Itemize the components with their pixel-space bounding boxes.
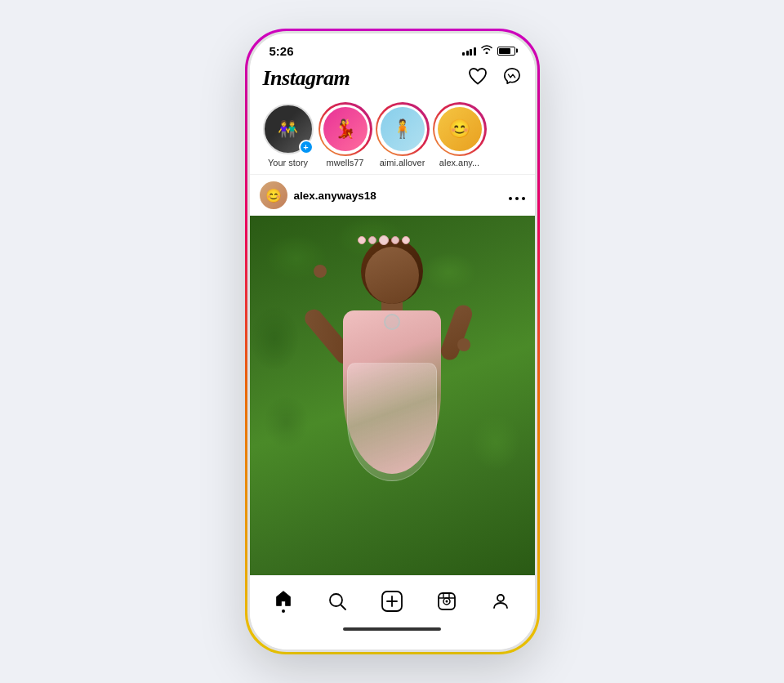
signal-icon xyxy=(462,46,476,56)
status-icons xyxy=(462,45,515,56)
messenger-icon[interactable] xyxy=(502,67,522,90)
story-item-your-story[interactable]: 👫 + Your story xyxy=(260,104,317,167)
profile-icon xyxy=(491,591,510,611)
post-options-button[interactable] xyxy=(509,187,525,204)
post-person-figure xyxy=(310,232,474,575)
svg-point-2 xyxy=(522,197,525,200)
wifi-icon xyxy=(481,45,492,56)
story-item-mwells77[interactable]: 💃 mwells77 xyxy=(317,104,374,167)
post-header: 😊 alex.anyways18 xyxy=(250,175,535,216)
bottom-nav xyxy=(250,575,535,621)
home-bar xyxy=(343,627,441,631)
home-indicator xyxy=(250,621,535,637)
phone-screen: 5:26 xyxy=(250,33,535,650)
instagram-header: Instagram xyxy=(250,63,535,99)
status-bar: 5:26 xyxy=(250,33,535,63)
reels-icon xyxy=(437,591,457,611)
nav-profile[interactable] xyxy=(483,588,519,614)
svg-point-10 xyxy=(446,600,448,602)
post-user-info: 😊 alex.anyways18 xyxy=(260,181,376,209)
alex-avatar-wrapper: 😊 xyxy=(434,104,485,154)
mwells77-label: mwells77 xyxy=(327,158,364,167)
your-story-label: Your story xyxy=(268,158,308,167)
stories-row: 👫 + Your story 💃 xyxy=(250,99,535,175)
post-image xyxy=(250,216,535,575)
nav-add[interactable] xyxy=(373,587,411,615)
phone-frame: 5:26 xyxy=(247,31,537,652)
nav-search[interactable] xyxy=(319,588,355,614)
mwells77-avatar-wrapper: 💃 xyxy=(320,104,371,154)
story-item-alex-anyways[interactable]: 😊 alex.any... xyxy=(431,104,488,167)
status-time: 5:26 xyxy=(270,44,294,58)
add-icon xyxy=(381,591,403,612)
instagram-logo: Instagram xyxy=(263,66,350,91)
post-user-avatar[interactable]: 😊 xyxy=(260,181,287,209)
alex-label: alex.any... xyxy=(439,158,479,167)
battery-icon xyxy=(497,47,515,56)
header-icons xyxy=(468,67,522,90)
nav-reels[interactable] xyxy=(429,588,465,614)
svg-line-4 xyxy=(341,605,345,609)
search-icon xyxy=(327,591,347,611)
svg-point-14 xyxy=(497,595,504,601)
svg-point-1 xyxy=(515,197,519,200)
add-story-button[interactable]: + xyxy=(299,140,314,154)
home-icon xyxy=(274,590,293,608)
nav-active-dot xyxy=(282,609,285,613)
your-story-avatar-wrapper: 👫 + xyxy=(263,104,314,154)
aimi-avatar-wrapper: 🧍 xyxy=(377,104,428,154)
svg-point-0 xyxy=(509,197,512,200)
story-item-aimi-allover[interactable]: 🧍 aimi.allover xyxy=(374,104,431,167)
nav-home[interactable] xyxy=(265,587,301,616)
aimi-label: aimi.allover xyxy=(380,158,425,167)
phone-mockup: 5:26 xyxy=(247,31,537,652)
post-username[interactable]: alex.anyways18 xyxy=(294,190,376,202)
heart-icon[interactable] xyxy=(468,67,488,90)
